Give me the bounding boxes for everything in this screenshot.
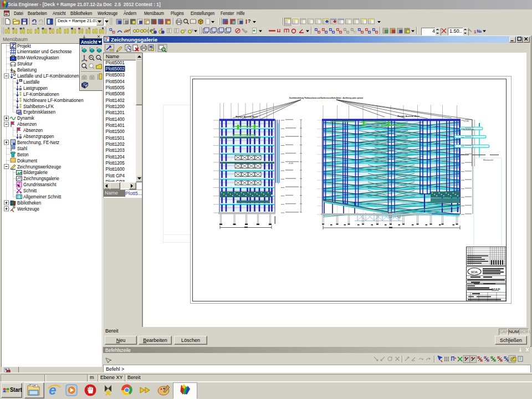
svg-text:+21.80: +21.80 <box>463 120 469 122</box>
svg-text:Plott5005: Plott5005 <box>106 85 125 91</box>
svg-text:Plott1203: Plott1203 <box>106 147 125 154</box>
svg-text:SCIA: SCIA <box>471 270 478 274</box>
svg-text:Plott1204: Plott1204 <box>106 154 125 160</box>
svg-text:10.Stellebene: 10.Stellebene <box>463 129 474 131</box>
svg-text:Westansicht: Westansicht <box>483 159 493 161</box>
svg-text:Plott5003: Plott5003 <box>106 72 125 78</box>
svg-text:x: x <box>454 356 457 360</box>
svg-text:Plott1600: Plott1600 <box>106 166 125 172</box>
svg-text:Plott1500: Plott1500 <box>106 129 125 135</box>
svg-text:+8.40: +8.40 <box>288 162 293 165</box>
svg-text:MAP: MAP <box>492 288 500 291</box>
svg-text:Plott1205: Plott1205 <box>106 160 125 166</box>
svg-text:Plott1400: Plott1400 <box>106 116 125 122</box>
svg-text:Plott1402: Plott1402 <box>106 97 125 103</box>
svg-text:Plott5008: Plott5008 <box>106 91 125 97</box>
svg-text:Plott1401: Plott1401 <box>106 122 125 129</box>
svg-text:Plott1200: Plott1200 <box>106 104 125 110</box>
svg-text:Plott5002: Plott5002 <box>106 66 125 72</box>
svg-text:Plott5001: Plott5001 <box>106 59 125 65</box>
svg-text:Plott5004: Plott5004 <box>106 78 125 84</box>
svg-text:Plott1202: Plott1202 <box>106 141 125 147</box>
svg-text:Plott1501: Plott1501 <box>106 135 125 141</box>
svg-text:Plott GP4: Plott GP4 <box>106 172 125 178</box>
svg-text:Durchfahrtshöhung 'Parkhausebe: Durchfahrtshöhung 'Parkhausebenen und Da… <box>289 96 363 99</box>
svg-text:Plott1201: Plott1201 <box>106 110 125 116</box>
